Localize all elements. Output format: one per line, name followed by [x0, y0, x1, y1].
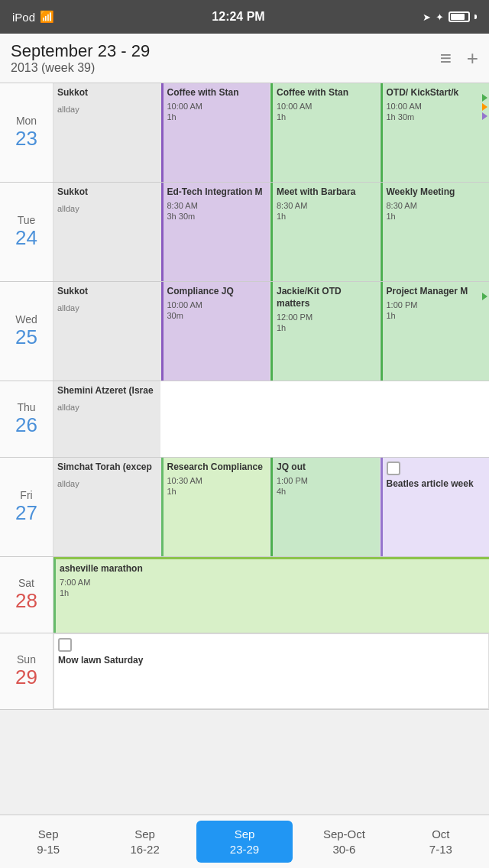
header-buttons: ≡ + [440, 47, 478, 70]
event-sukkot-mon[interactable]: Sukkot allday [53, 83, 161, 182]
day-label-sun: Sun 29 [0, 633, 53, 709]
event-coffee-stan-2[interactable]: Coffee with Stan 10:00 AM 1h [270, 83, 381, 182]
events-sat: asheville marathon 7:00 AM 1h [53, 557, 489, 633]
event-project-manager[interactable]: Project Manager M 1:00 PM 1h [381, 282, 490, 381]
events-wed: Sukkot allday Compliance JQ 10:00 AM 30m… [53, 282, 489, 381]
nav-sep-16-22[interactable]: Sep 16-22 [96, 821, 193, 863]
event-sukkot-tue[interactable]: Sukkot allday [53, 183, 161, 281]
nav-oct-7-13[interactable]: Oct 7-13 [393, 821, 489, 863]
header: September 23 - 29 2013 (week 39) ≡ + [0, 34, 489, 83]
status-left: iPod 📶 [12, 10, 54, 24]
event-compliance-jq[interactable]: Compliance JQ 10:00 AM 30m [161, 282, 271, 381]
day-name-fri: Fri [20, 489, 32, 501]
header-title-block: September 23 - 29 2013 (week 39) [11, 41, 150, 75]
day-label-thu: Thu 26 [0, 381, 53, 457]
event-edtech[interactable]: Ed-Tech Integration M 8:30 AM 3h 30m [161, 183, 271, 281]
status-bar: iPod 📶 12:24 PM ➤ ✦ [0, 0, 489, 34]
week-title: September 23 - 29 [11, 41, 150, 61]
day-label-mon: Mon 23 [0, 83, 53, 182]
day-num-sat: 28 [15, 589, 37, 613]
time-display: 12:24 PM [212, 10, 264, 24]
week-subtitle: 2013 (week 39) [11, 61, 150, 75]
menu-button[interactable]: ≡ [440, 47, 452, 70]
day-label-fri: Fri 27 [0, 458, 53, 556]
event-beatles-article[interactable]: Beatles article week [381, 458, 490, 556]
event-shemini[interactable]: Shemini Atzeret (Israe allday [53, 381, 160, 457]
day-row-mon: Mon 23 Sukkot allday Coffee with Stan 10… [0, 83, 489, 183]
event-jq-out[interactable]: JQ out 1:00 PM 4h [270, 458, 381, 556]
location-icon: ➤ [423, 11, 431, 23]
day-name-mon: Mon [16, 115, 37, 127]
battery-icon [449, 11, 470, 22]
day-label-wed: Wed 25 [0, 282, 53, 381]
day-row-tue: Tue 24 Sukkot allday Ed-Tech Integration… [0, 183, 489, 282]
day-num-mon: 23 [15, 127, 37, 151]
thu-empty [160, 381, 489, 457]
event-meet-barbara[interactable]: Meet with Barbara 8:30 AM 1h [270, 183, 381, 281]
status-right: ➤ ✦ [423, 11, 477, 23]
day-num-tue: 24 [15, 226, 37, 250]
day-name-thu: Thu [17, 401, 35, 413]
battery-tip [474, 15, 477, 19]
day-name-tue: Tue [18, 214, 36, 226]
bottom-nav: Sep 9-15 Sep 16-22 Sep 23-29 Sep-Oct 30-… [0, 815, 489, 868]
day-label-sat: Sat 28 [0, 557, 53, 633]
events-sun: Mow lawn Saturday [53, 633, 489, 709]
nav-sep-23-29[interactable]: Sep 23-29 [196, 821, 293, 863]
events-fri: Simchat Torah (excep allday Research Com… [53, 458, 489, 556]
day-num-fri: 27 [15, 501, 37, 525]
beatles-checkbox[interactable] [387, 462, 400, 475]
mow-lawn-checkbox[interactable] [58, 638, 72, 652]
day-num-thu: 26 [15, 413, 37, 437]
day-row-wed: Wed 25 Sukkot allday Compliance JQ 10:00… [0, 282, 489, 381]
calendar-grid: Mon 23 Sukkot allday Coffee with Stan 10… [0, 83, 489, 814]
day-name-wed: Wed [15, 313, 37, 326]
day-row-fri: Fri 27 Simchat Torah (excep allday Resea… [0, 458, 489, 557]
day-num-wed: 25 [15, 326, 37, 349]
events-thu: Shemini Atzeret (Israe allday [53, 381, 489, 457]
day-name-sat: Sat [18, 577, 34, 589]
wifi-icon: 📶 [40, 10, 54, 24]
day-num-sun: 29 [15, 666, 37, 689]
add-button[interactable]: + [467, 47, 478, 70]
event-weekly-meeting[interactable]: Weekly Meeting 8:30 AM 1h [381, 183, 490, 281]
event-simchat[interactable]: Simchat Torah (excep allday [53, 458, 161, 556]
event-mow-lawn[interactable]: Mow lawn Saturday [53, 633, 489, 709]
event-jackie-kit[interactable]: Jackie/Kit OTD matters 12:00 PM 1h [270, 282, 381, 381]
event-coffee-stan-1[interactable]: Coffee with Stan 10:00 AM 1h [161, 83, 271, 182]
day-name-sun: Sun [17, 653, 36, 666]
event-marathon[interactable]: asheville marathon 7:00 AM 1h [53, 557, 489, 633]
event-research-compliance[interactable]: Research Compliance 10:30 AM 1h [161, 458, 271, 556]
events-tue: Sukkot allday Ed-Tech Integration M 8:30… [53, 183, 489, 281]
carrier-label: iPod [12, 11, 35, 24]
event-otd-kickstart[interactable]: OTD/ KickStart/k 10:00 AM 1h 30m [381, 83, 490, 182]
day-row-thu: Thu 26 Shemini Atzeret (Israe allday [0, 381, 489, 458]
events-mon: Sukkot allday Coffee with Stan 10:00 AM … [53, 83, 489, 182]
bluetooth-icon: ✦ [436, 11, 444, 23]
nav-sep-oct-30-6[interactable]: Sep-Oct 30-6 [296, 821, 392, 863]
day-row-sat: Sat 28 asheville marathon 7:00 AM 1h [0, 557, 489, 633]
day-row-sun: Sun 29 Mow lawn Saturday [0, 633, 489, 710]
event-sukkot-wed[interactable]: Sukkot allday [53, 282, 161, 381]
nav-sep-9-15[interactable]: Sep 9-15 [0, 821, 96, 863]
day-label-tue: Tue 24 [0, 183, 53, 281]
